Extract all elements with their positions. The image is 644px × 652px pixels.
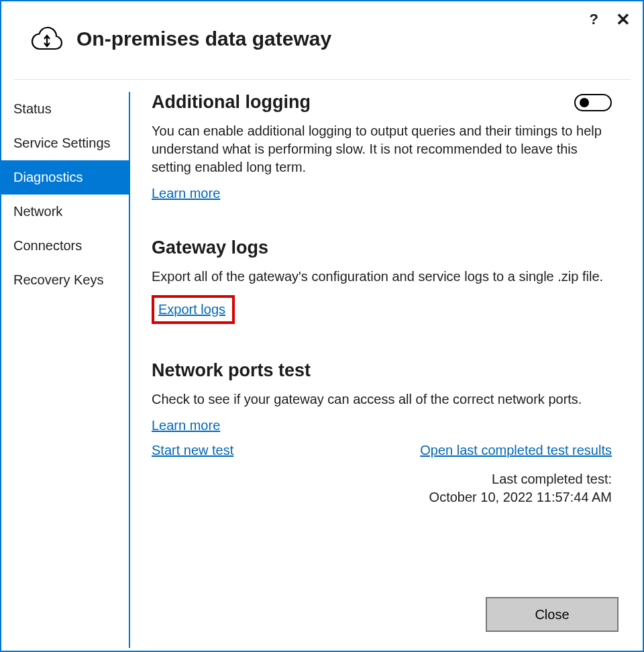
app-title: On-premises data gateway: [76, 28, 331, 50]
open-last-results-link[interactable]: Open last completed test results: [420, 443, 612, 458]
section-network-ports-test: Network ports test Check to see if your …: [152, 360, 612, 506]
help-icon[interactable]: ?: [590, 11, 598, 28]
toggle-knob: [580, 98, 589, 107]
network-ports-description: Check to see if your gateway can access …: [152, 390, 612, 409]
content-area: Additional logging You can enable additi…: [130, 89, 643, 651]
section-gateway-logs: Gateway logs Export all of the gateway's…: [152, 237, 612, 324]
additional-logging-toggle[interactable]: [574, 94, 612, 111]
last-test-info: Last completed test: October 10, 2022 11…: [152, 470, 612, 506]
app-header: On-premises data gateway: [1, 1, 643, 79]
last-test-value: October 10, 2022 11:57:44 AM: [152, 488, 612, 506]
start-new-test-link[interactable]: Start new test: [152, 443, 233, 458]
section-header-row: Additional logging: [152, 92, 612, 113]
network-ports-learn-more-link[interactable]: Learn more: [152, 418, 220, 433]
section-additional-logging: Additional logging You can enable additi…: [152, 92, 612, 201]
sidebar-item-recovery-keys[interactable]: Recovery Keys: [1, 263, 129, 297]
section-title-network-ports: Network ports test: [152, 360, 612, 381]
section-title-gateway-logs: Gateway logs: [152, 237, 612, 258]
main-body: Status Service Settings Diagnostics Netw…: [1, 80, 643, 651]
sidebar-item-network[interactable]: Network: [1, 195, 129, 229]
export-logs-highlight: Export logs: [152, 295, 235, 324]
sidebar-item-connectors[interactable]: Connectors: [1, 229, 129, 263]
footer: Close: [486, 597, 619, 632]
cloud-upload-icon: [31, 25, 63, 52]
sidebar-item-status[interactable]: Status: [1, 92, 129, 126]
sidebar: Status Service Settings Diagnostics Netw…: [1, 89, 129, 651]
additional-logging-learn-more-link[interactable]: Learn more: [152, 186, 220, 201]
network-test-actions: Start new test Open last completed test …: [152, 443, 612, 458]
titlebar-controls: ? ✕: [590, 11, 631, 28]
additional-logging-description: You can enable additional logging to out…: [152, 122, 612, 176]
sidebar-item-diagnostics[interactable]: Diagnostics: [1, 160, 129, 195]
gateway-logs-description: Export all of the gateway's configuratio…: [152, 268, 612, 286]
section-title-additional-logging: Additional logging: [152, 92, 311, 113]
app-window: ? ✕ On-premises data gateway Status Serv…: [0, 0, 644, 652]
last-test-label: Last completed test:: [152, 470, 612, 488]
sidebar-item-service-settings[interactable]: Service Settings: [1, 126, 129, 160]
close-button[interactable]: Close: [486, 597, 619, 632]
close-icon[interactable]: ✕: [616, 12, 631, 27]
export-logs-link[interactable]: Export logs: [158, 302, 225, 317]
